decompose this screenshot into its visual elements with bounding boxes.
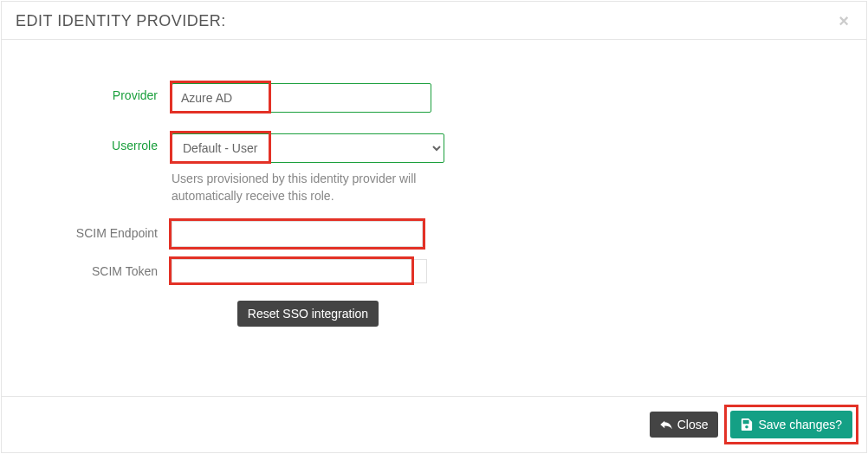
scim-token-input[interactable] [172,259,427,283]
save-wrapper: Save changes? [730,411,852,438]
save-icon [741,418,753,431]
close-button[interactable]: Close [650,412,719,438]
reset-row: Reset SSO integration [172,301,444,327]
modal-body: Provider Userrole Default - User Users p… [2,40,866,396]
save-button[interactable]: Save changes? [730,411,852,438]
scim-endpoint-input[interactable] [172,221,423,247]
modal-title: EDIT IDENTITY PROVIDER: [16,12,226,30]
edit-idp-modal: EDIT IDENTITY PROVIDER: × Provider Userr… [1,1,867,453]
scim-token-label: SCIM Token [19,259,172,278]
close-button-label: Close [677,418,709,431]
save-button-label: Save changes? [758,418,842,431]
scim-endpoint-col [172,221,444,247]
userrole-select[interactable]: Default - User [172,133,444,163]
row-scim-endpoint: SCIM Endpoint [19,221,849,247]
provider-input[interactable] [172,83,431,113]
row-userrole: Userrole Default - User Users provisione… [19,133,849,205]
row-scim-token: SCIM Token [19,259,849,283]
modal-footer: Close Save changes? [2,396,866,452]
row-provider: Provider [19,83,849,113]
reply-icon [660,418,672,431]
modal-header: EDIT IDENTITY PROVIDER: × [2,2,866,40]
scim-token-col [172,259,444,283]
userrole-field-col: Default - User Users provisioned by this… [172,133,444,205]
userrole-label: Userrole [19,133,172,152]
provider-label: Provider [19,83,172,102]
scim-endpoint-label: SCIM Endpoint [19,221,172,240]
close-icon[interactable]: × [835,12,852,29]
reset-sso-button[interactable]: Reset SSO integration [237,301,379,327]
provider-field-col [172,83,444,113]
userrole-help-text: Users provisioned by this identity provi… [172,170,444,205]
